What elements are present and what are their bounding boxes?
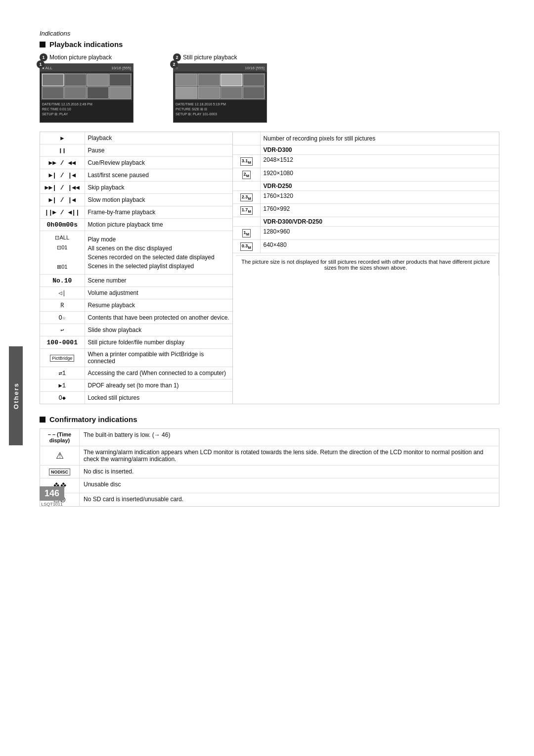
playback-heading: Playback indications: [40, 40, 499, 48]
pixel-2m-value: 1920×1080: [260, 168, 499, 181]
table-row: NODISC No disc is inserted.: [40, 466, 499, 478]
desc-locked: Locked still pictures: [85, 392, 232, 404]
symbol-access: ⇄1: [59, 370, 66, 377]
conf-desc-nodisc: No disc is inserted.: [80, 466, 499, 478]
desc-volume: Volume adjustment: [85, 287, 232, 299]
pixel-table: Number of recording pixels for still pic…: [233, 132, 499, 276]
table-row: ▶ Playback: [40, 132, 232, 144]
symbol-playmode: ⊡ALL ⊡01 ⊞01: [43, 233, 82, 272]
table-row: 2M 1920×1080: [233, 168, 499, 181]
section-label: Indications: [40, 30, 499, 37]
pixel-31m-value: 2048×1512: [260, 155, 499, 168]
table-row: ▶▶ / ◀◀ Cue/Review playback: [40, 157, 232, 169]
conf-symbol-nodisc: NODISC: [40, 466, 80, 478]
conf-desc-battery: The built-in battery is low. (→ 46): [80, 429, 499, 446]
table-row: No.10 Scene number: [40, 275, 232, 287]
desc-skip: Skip playback: [85, 182, 232, 194]
pixel-label-2m: 2M: [242, 171, 251, 179]
vdr-d300-d250-label: VDR-D300/VDR-D250: [260, 217, 499, 227]
conf-heading-square: [40, 417, 45, 423]
symbol-filenum: 100-0001: [47, 339, 78, 346]
desc-time: Motion picture playback time: [85, 219, 232, 231]
desc-protected: Contents that have been protected on ano…: [85, 312, 232, 324]
playback-images-row: 1 Motion picture playback 1 ● ALL 10/16 …: [40, 53, 499, 123]
table-row: ||▶ / ◀|| Frame-by-frame playback: [40, 206, 232, 219]
main-columns: ▶ Playback ❙❙ Pause ▶▶ / ◀◀ Cue/Review p…: [40, 132, 499, 404]
table-row: ❙❙ Pause: [40, 144, 232, 157]
vdr-d300-label: VDR-D300: [260, 145, 499, 155]
symbol-scenenum: No.10: [52, 277, 72, 284]
symbol-slow: ▶| / |◀: [48, 196, 76, 204]
desc-resume: Resume playback: [85, 299, 232, 312]
pixel-label-31m: 3.1M: [240, 157, 253, 166]
pixel-label-17m: 1.7M: [240, 206, 253, 215]
table-row: ☐∅ No SD card is inserted/unusable card.: [40, 493, 499, 507]
pixel-label-1m: 1M: [242, 229, 251, 237]
table-row: 100-0001 Still picture folder/file numbe…: [40, 336, 232, 349]
symbol-locked: O◆: [59, 395, 66, 402]
table-row: ❖❖ Unusable disc: [40, 478, 499, 493]
table-row: 3.1M 2048×1512: [233, 155, 499, 168]
desc-pause: Pause: [85, 144, 232, 157]
table-row: ▶| / |◀ Slow motion playback: [40, 194, 232, 206]
table-row: O◆ Locked still pictures: [40, 392, 232, 404]
pixel-23m-value: 1760×1320: [260, 190, 499, 204]
symbol-protected: O☆: [59, 315, 66, 322]
table-row: The picture size is not displayed for st…: [233, 253, 499, 276]
conf-symbol-warning: ⚠: [40, 446, 80, 466]
still-screen-mockup: ○ 10/16 [555]: [173, 63, 267, 123]
table-row: ⚠ The warning/alarm indication appears w…: [40, 446, 499, 466]
still-picture-block: 2 Still picture playback 2 ○ 10/16 [555]: [163, 53, 267, 123]
table-row: Number of recording pixels for still pic…: [233, 132, 499, 145]
heading-square-icon: [40, 42, 45, 47]
motion-screen-mockup: ● ALL 10/16 [555]: [40, 63, 134, 123]
conf-desc-nosd: No SD card is inserted/unusable card.: [80, 493, 499, 507]
symbol-volume: ◁|: [59, 290, 66, 297]
motion-label: Motion picture playback: [49, 54, 112, 61]
table-row: ▶▶| / |◀◀ Skip playback: [40, 182, 232, 194]
table-row: – – (Timedisplay) The built-in battery i…: [40, 429, 499, 446]
desc-dpof: DPOF already set (to more than 1): [85, 379, 232, 392]
symbol-frame: ||▶ / ◀||: [45, 209, 80, 216]
confirmatory-table: – – (Timedisplay) The built-in battery i…: [40, 428, 499, 507]
page-code: LSQT1011: [40, 502, 64, 507]
table-row: PictBridge When a printer compatible wit…: [40, 349, 232, 367]
pixel-label-23m: 2.3M: [240, 193, 253, 202]
table-row: R Resume playback: [40, 299, 232, 312]
pixel-03m-value: 640×480: [260, 239, 499, 253]
symbol-pause: ❙❙: [59, 147, 66, 154]
desc-frame: Frame-by-frame playback: [85, 206, 232, 219]
table-row: 0h00m00s Motion picture playback time: [40, 219, 232, 231]
symbol-resume: R: [60, 302, 64, 309]
desc-scenenum: Scene number: [85, 275, 232, 287]
desc-slideshow: Slide show playback: [85, 324, 232, 336]
others-sidebar: Others: [9, 346, 23, 445]
table-row: 2.3M 1760×1320: [233, 190, 499, 204]
symbol-slideshow: ↩: [60, 327, 64, 334]
conf-desc-warning: The warning/alarm indication appears whe…: [80, 446, 499, 466]
symbol-pictbridge: PictBridge: [50, 355, 74, 362]
pixel-note: The picture size is not displayed for st…: [236, 255, 495, 274]
desc-lastfirst: Last/first scene paused: [85, 169, 232, 182]
num1-overlay: 1: [37, 60, 44, 68]
desc-playmode: Play mode All scenes on the disc display…: [85, 231, 232, 275]
playback-table-container: ▶ Playback ❙❙ Pause ▶▶ / ◀◀ Cue/Review p…: [40, 132, 232, 404]
desc-filenum: Still picture folder/file number display: [85, 336, 232, 349]
table-row: ↩ Slide show playback: [40, 324, 232, 336]
others-label: Others: [12, 382, 20, 409]
table-row: ⊡ALL ⊡01 ⊞01 Play mode All scenes on the…: [40, 231, 232, 275]
symbol-time: 0h00m00s: [47, 221, 78, 229]
table-row: 0.3M 640×480: [233, 239, 499, 253]
pixel-intro: Number of recording pixels for still pic…: [260, 132, 499, 145]
table-row: 1M 1280×960: [233, 227, 499, 240]
pixel-section: Number of recording pixels for still pic…: [232, 132, 499, 404]
pixel-1m-value: 1280×960: [260, 227, 499, 240]
symbol-cuereview: ▶▶ / ◀◀: [48, 159, 76, 167]
table-row: ◁| Volume adjustment: [40, 287, 232, 299]
motion-picture-block: 1 Motion picture playback 1 ● ALL 10/16 …: [40, 53, 134, 123]
symbol-skip: ▶▶| / |◀◀: [45, 184, 80, 191]
desc-cuereview: Cue/Review playback: [85, 157, 232, 169]
table-row: ▶1 DPOF already set (to more than 1): [40, 379, 232, 392]
desc-access: Accessing the card (When connected to a …: [85, 367, 232, 379]
page-number-block: 146 LSQT1011: [40, 486, 64, 507]
